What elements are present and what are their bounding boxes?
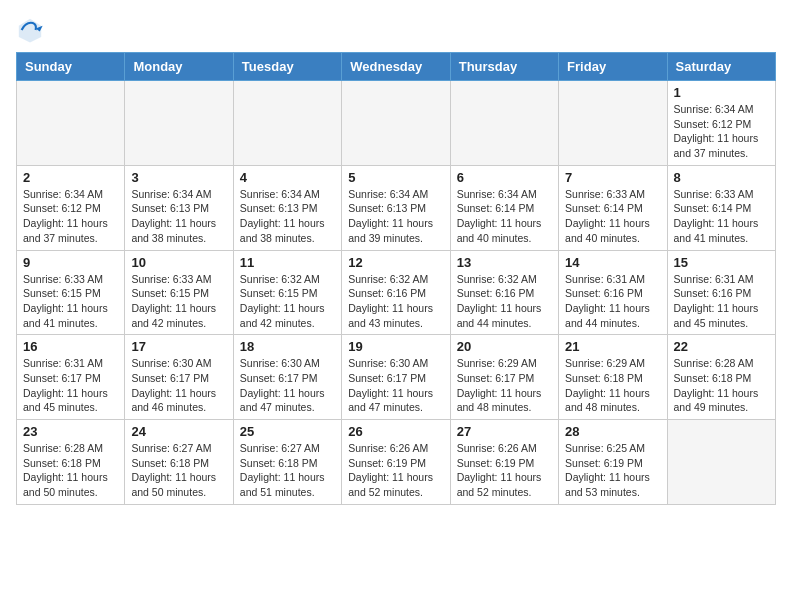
day-number: 1 bbox=[674, 85, 769, 100]
day-info: Sunrise: 6:26 AM Sunset: 6:19 PM Dayligh… bbox=[348, 441, 443, 500]
calendar-cell: 9Sunrise: 6:33 AM Sunset: 6:15 PM Daylig… bbox=[17, 250, 125, 335]
day-number: 27 bbox=[457, 424, 552, 439]
day-info: Sunrise: 6:27 AM Sunset: 6:18 PM Dayligh… bbox=[240, 441, 335, 500]
day-info: Sunrise: 6:34 AM Sunset: 6:13 PM Dayligh… bbox=[348, 187, 443, 246]
calendar-cell bbox=[233, 81, 341, 166]
weekday-header-saturday: Saturday bbox=[667, 53, 775, 81]
calendar-cell: 3Sunrise: 6:34 AM Sunset: 6:13 PM Daylig… bbox=[125, 165, 233, 250]
calendar-cell bbox=[17, 81, 125, 166]
day-info: Sunrise: 6:33 AM Sunset: 6:15 PM Dayligh… bbox=[131, 272, 226, 331]
calendar-table: SundayMondayTuesdayWednesdayThursdayFrid… bbox=[16, 52, 776, 505]
calendar-week-4: 16Sunrise: 6:31 AM Sunset: 6:17 PM Dayli… bbox=[17, 335, 776, 420]
day-info: Sunrise: 6:34 AM Sunset: 6:14 PM Dayligh… bbox=[457, 187, 552, 246]
calendar-cell: 26Sunrise: 6:26 AM Sunset: 6:19 PM Dayli… bbox=[342, 420, 450, 505]
calendar-cell: 15Sunrise: 6:31 AM Sunset: 6:16 PM Dayli… bbox=[667, 250, 775, 335]
calendar-cell: 18Sunrise: 6:30 AM Sunset: 6:17 PM Dayli… bbox=[233, 335, 341, 420]
calendar-week-3: 9Sunrise: 6:33 AM Sunset: 6:15 PM Daylig… bbox=[17, 250, 776, 335]
calendar-cell: 22Sunrise: 6:28 AM Sunset: 6:18 PM Dayli… bbox=[667, 335, 775, 420]
weekday-header-thursday: Thursday bbox=[450, 53, 558, 81]
day-info: Sunrise: 6:34 AM Sunset: 6:12 PM Dayligh… bbox=[674, 102, 769, 161]
day-info: Sunrise: 6:30 AM Sunset: 6:17 PM Dayligh… bbox=[240, 356, 335, 415]
day-number: 22 bbox=[674, 339, 769, 354]
calendar-cell bbox=[559, 81, 667, 166]
calendar-cell: 25Sunrise: 6:27 AM Sunset: 6:18 PM Dayli… bbox=[233, 420, 341, 505]
day-number: 5 bbox=[348, 170, 443, 185]
day-number: 12 bbox=[348, 255, 443, 270]
weekday-header-monday: Monday bbox=[125, 53, 233, 81]
calendar-cell: 1Sunrise: 6:34 AM Sunset: 6:12 PM Daylig… bbox=[667, 81, 775, 166]
weekday-header-friday: Friday bbox=[559, 53, 667, 81]
weekday-header-tuesday: Tuesday bbox=[233, 53, 341, 81]
day-info: Sunrise: 6:30 AM Sunset: 6:17 PM Dayligh… bbox=[131, 356, 226, 415]
calendar-cell: 13Sunrise: 6:32 AM Sunset: 6:16 PM Dayli… bbox=[450, 250, 558, 335]
day-info: Sunrise: 6:27 AM Sunset: 6:18 PM Dayligh… bbox=[131, 441, 226, 500]
calendar-cell: 16Sunrise: 6:31 AM Sunset: 6:17 PM Dayli… bbox=[17, 335, 125, 420]
calendar-cell: 20Sunrise: 6:29 AM Sunset: 6:17 PM Dayli… bbox=[450, 335, 558, 420]
calendar-cell: 5Sunrise: 6:34 AM Sunset: 6:13 PM Daylig… bbox=[342, 165, 450, 250]
day-info: Sunrise: 6:28 AM Sunset: 6:18 PM Dayligh… bbox=[674, 356, 769, 415]
calendar-cell bbox=[125, 81, 233, 166]
page-header bbox=[16, 16, 776, 44]
day-number: 21 bbox=[565, 339, 660, 354]
calendar-header-row: SundayMondayTuesdayWednesdayThursdayFrid… bbox=[17, 53, 776, 81]
calendar-cell: 10Sunrise: 6:33 AM Sunset: 6:15 PM Dayli… bbox=[125, 250, 233, 335]
day-number: 17 bbox=[131, 339, 226, 354]
calendar-week-1: 1Sunrise: 6:34 AM Sunset: 6:12 PM Daylig… bbox=[17, 81, 776, 166]
day-number: 20 bbox=[457, 339, 552, 354]
day-number: 15 bbox=[674, 255, 769, 270]
calendar-cell: 2Sunrise: 6:34 AM Sunset: 6:12 PM Daylig… bbox=[17, 165, 125, 250]
day-info: Sunrise: 6:33 AM Sunset: 6:15 PM Dayligh… bbox=[23, 272, 118, 331]
calendar-cell: 11Sunrise: 6:32 AM Sunset: 6:15 PM Dayli… bbox=[233, 250, 341, 335]
calendar-cell: 19Sunrise: 6:30 AM Sunset: 6:17 PM Dayli… bbox=[342, 335, 450, 420]
calendar-cell: 21Sunrise: 6:29 AM Sunset: 6:18 PM Dayli… bbox=[559, 335, 667, 420]
day-info: Sunrise: 6:28 AM Sunset: 6:18 PM Dayligh… bbox=[23, 441, 118, 500]
calendar-cell bbox=[342, 81, 450, 166]
day-number: 4 bbox=[240, 170, 335, 185]
day-number: 25 bbox=[240, 424, 335, 439]
calendar-cell: 27Sunrise: 6:26 AM Sunset: 6:19 PM Dayli… bbox=[450, 420, 558, 505]
day-number: 19 bbox=[348, 339, 443, 354]
calendar-cell: 4Sunrise: 6:34 AM Sunset: 6:13 PM Daylig… bbox=[233, 165, 341, 250]
day-info: Sunrise: 6:30 AM Sunset: 6:17 PM Dayligh… bbox=[348, 356, 443, 415]
day-info: Sunrise: 6:29 AM Sunset: 6:17 PM Dayligh… bbox=[457, 356, 552, 415]
day-info: Sunrise: 6:26 AM Sunset: 6:19 PM Dayligh… bbox=[457, 441, 552, 500]
day-number: 26 bbox=[348, 424, 443, 439]
day-info: Sunrise: 6:32 AM Sunset: 6:16 PM Dayligh… bbox=[348, 272, 443, 331]
day-info: Sunrise: 6:33 AM Sunset: 6:14 PM Dayligh… bbox=[565, 187, 660, 246]
day-number: 2 bbox=[23, 170, 118, 185]
day-info: Sunrise: 6:32 AM Sunset: 6:15 PM Dayligh… bbox=[240, 272, 335, 331]
day-info: Sunrise: 6:33 AM Sunset: 6:14 PM Dayligh… bbox=[674, 187, 769, 246]
day-info: Sunrise: 6:29 AM Sunset: 6:18 PM Dayligh… bbox=[565, 356, 660, 415]
day-info: Sunrise: 6:34 AM Sunset: 6:12 PM Dayligh… bbox=[23, 187, 118, 246]
day-number: 18 bbox=[240, 339, 335, 354]
calendar-cell: 12Sunrise: 6:32 AM Sunset: 6:16 PM Dayli… bbox=[342, 250, 450, 335]
calendar-cell: 23Sunrise: 6:28 AM Sunset: 6:18 PM Dayli… bbox=[17, 420, 125, 505]
day-number: 13 bbox=[457, 255, 552, 270]
calendar-cell bbox=[667, 420, 775, 505]
day-number: 8 bbox=[674, 170, 769, 185]
calendar-cell: 6Sunrise: 6:34 AM Sunset: 6:14 PM Daylig… bbox=[450, 165, 558, 250]
calendar-cell: 17Sunrise: 6:30 AM Sunset: 6:17 PM Dayli… bbox=[125, 335, 233, 420]
day-info: Sunrise: 6:25 AM Sunset: 6:19 PM Dayligh… bbox=[565, 441, 660, 500]
logo-icon bbox=[16, 16, 44, 44]
day-number: 7 bbox=[565, 170, 660, 185]
day-number: 3 bbox=[131, 170, 226, 185]
day-number: 9 bbox=[23, 255, 118, 270]
calendar-cell bbox=[450, 81, 558, 166]
day-info: Sunrise: 6:34 AM Sunset: 6:13 PM Dayligh… bbox=[240, 187, 335, 246]
logo bbox=[16, 16, 48, 44]
weekday-header-wednesday: Wednesday bbox=[342, 53, 450, 81]
day-number: 28 bbox=[565, 424, 660, 439]
day-number: 10 bbox=[131, 255, 226, 270]
day-number: 14 bbox=[565, 255, 660, 270]
calendar-cell: 28Sunrise: 6:25 AM Sunset: 6:19 PM Dayli… bbox=[559, 420, 667, 505]
calendar-week-2: 2Sunrise: 6:34 AM Sunset: 6:12 PM Daylig… bbox=[17, 165, 776, 250]
calendar-cell: 14Sunrise: 6:31 AM Sunset: 6:16 PM Dayli… bbox=[559, 250, 667, 335]
day-number: 11 bbox=[240, 255, 335, 270]
day-info: Sunrise: 6:32 AM Sunset: 6:16 PM Dayligh… bbox=[457, 272, 552, 331]
calendar-cell: 24Sunrise: 6:27 AM Sunset: 6:18 PM Dayli… bbox=[125, 420, 233, 505]
day-number: 24 bbox=[131, 424, 226, 439]
day-info: Sunrise: 6:31 AM Sunset: 6:17 PM Dayligh… bbox=[23, 356, 118, 415]
calendar-cell: 7Sunrise: 6:33 AM Sunset: 6:14 PM Daylig… bbox=[559, 165, 667, 250]
calendar-cell: 8Sunrise: 6:33 AM Sunset: 6:14 PM Daylig… bbox=[667, 165, 775, 250]
